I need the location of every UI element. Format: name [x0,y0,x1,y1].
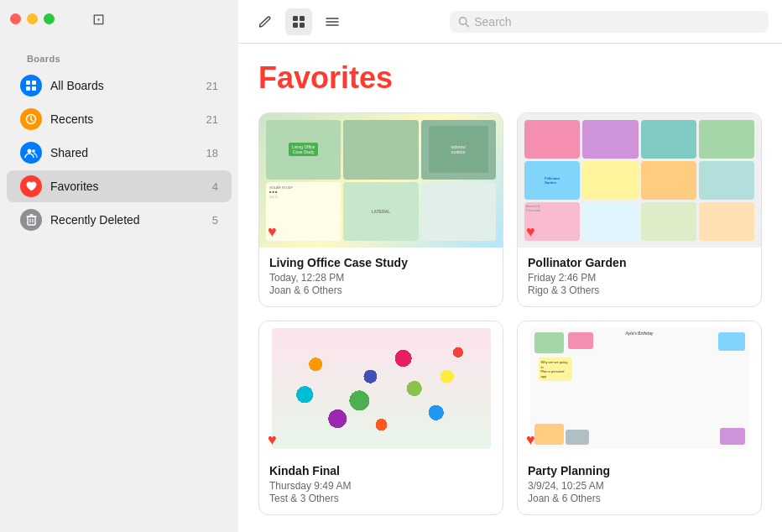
window-controls: ⊡ [0,0,238,37]
board-thumbnail-0: Living OfficeCase Study indoors/outdoor … [259,113,503,248]
sidebar: ⊡ Boards All Boards 21 Recents 21 Sh [0,0,238,532]
content-area: Favorites Living OfficeCase Study indoor… [238,44,782,532]
close-button[interactable] [10,13,21,24]
search-bar[interactable] [450,11,769,33]
all-boards-count: 21 [206,80,218,92]
board-card-0[interactable]: Living OfficeCase Study indoors/outdoor … [258,112,503,307]
board-collaborators-0: Joan & 6 Others [269,284,493,296]
board-collaborators-3: Joan & 6 Others [528,493,751,504]
sidebar-item-favorites[interactable]: Favorites 4 [7,170,232,202]
favorites-label: Favorites [50,180,204,193]
sticky-4 [534,424,564,445]
board-info-3: Party Planning 3/9/24, 10:25 AM Joan & 6… [518,456,761,514]
board-date-3: 3/9/24, 10:25 AM [528,480,751,492]
recents-count: 21 [206,113,218,126]
minimize-button[interactable] [27,13,38,24]
grid-view-button[interactable] [285,8,312,35]
shared-icon [20,142,42,164]
recently-deleted-icon [20,209,42,231]
board-thumbnail-2: ♥ [259,321,503,456]
board-favorite-btn-2[interactable]: ♥ [268,431,277,449]
board-date-1: Friday 2:46 PM [528,272,751,284]
board-date-0: Today, 12:28 PM [269,272,493,284]
sticky-5 [720,428,745,445]
all-boards-icon [20,75,42,96]
toolbar [238,0,782,44]
sticky-3: Why are we going toPlan a personal app [539,357,572,381]
svg-rect-10 [293,23,298,28]
board-name-1: Pollinator Garden [528,256,751,269]
board-date-2: Thursday 9:49 AM [269,480,493,492]
sticky-0 [534,332,564,353]
svg-rect-11 [300,23,305,28]
sticky-2 [718,332,745,351]
sidebar-item-recents[interactable]: Recents 21 [7,103,232,135]
sticky-6 [566,430,589,445]
recently-deleted-count: 5 [212,214,218,227]
sidebar-toggle-button[interactable]: ⊡ [92,10,105,29]
board-collaborators-2: Test & 3 Others [269,493,493,504]
recents-label: Recents [50,112,198,126]
board-info-2: Kindah Final Thursday 9:49 AM Test & 3 O… [259,456,503,514]
recents-icon [20,108,42,130]
all-boards-label: All Boards [50,79,198,92]
board-favorite-btn-1[interactable]: ♥ [526,223,535,241]
svg-rect-7 [28,216,35,225]
svg-rect-9 [300,16,305,21]
sidebar-item-all-boards[interactable]: All Boards 21 [7,70,232,102]
board-thumbnail-3: Why are we going toPlan a personal app A… [518,321,761,456]
svg-rect-0 [26,81,30,85]
list-view-button[interactable] [319,8,346,35]
board-card-1[interactable]: PollinatorGarden Annual &Perennial ♥ Pol… [517,112,762,307]
shared-count: 18 [206,147,218,159]
compose-button[interactable] [252,8,279,35]
board-info-0: Living Office Case Study Today, 12:28 PM… [259,248,503,306]
board-name-2: Kindah Final [269,464,493,477]
search-icon [458,16,469,28]
svg-point-5 [28,149,32,154]
sticky-1 [568,332,593,349]
favorites-icon [20,175,42,197]
favorites-count: 4 [212,180,218,193]
board-name-0: Living Office Case Study [269,256,493,269]
recently-deleted-label: Recently Deleted [50,213,204,227]
board-collaborators-1: Rigo & 3 Others [528,284,751,296]
svg-rect-8 [293,16,298,21]
board-thumbnail-1: PollinatorGarden Annual &Perennial ♥ [518,113,761,248]
board-card-2[interactable]: ♥ Kindah Final Thursday 9:49 AM Test & 3… [258,321,503,515]
boards-grid: Living OfficeCase Study indoors/outdoor … [258,112,762,515]
board-favorite-btn-3[interactable]: ♥ [526,431,535,449]
maximize-button[interactable] [44,13,55,24]
board-favorite-btn-0[interactable]: ♥ [268,223,277,241]
svg-rect-1 [32,81,36,85]
board-card-3[interactable]: Why are we going toPlan a personal app A… [517,321,762,515]
svg-line-16 [466,23,468,26]
board-name-3: Party Planning [528,464,751,477]
sidebar-section-label: Boards [13,54,74,67]
sidebar-item-recently-deleted[interactable]: Recently Deleted 5 [7,204,232,236]
svg-rect-2 [26,86,30,91]
main-content: Favorites Living OfficeCase Study indoor… [238,0,782,532]
page-title: Favorites [258,60,762,96]
svg-rect-3 [32,86,36,91]
svg-point-6 [32,149,35,153]
board-info-1: Pollinator Garden Friday 2:46 PM Rigo & … [518,248,761,306]
sidebar-item-shared[interactable]: Shared 18 [7,137,232,169]
shared-label: Shared [50,146,198,159]
search-input[interactable] [474,15,760,29]
